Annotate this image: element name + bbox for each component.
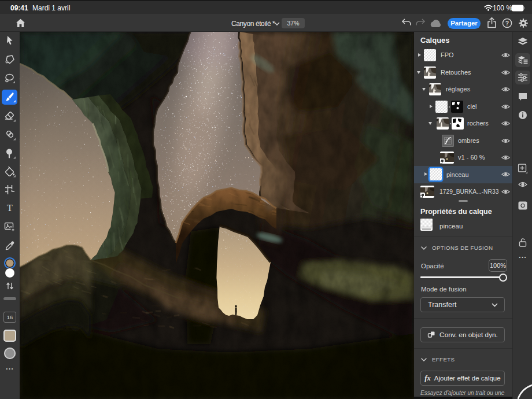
svg-text:?: ? — [505, 20, 509, 27]
svg-text:T: T — [7, 203, 13, 213]
